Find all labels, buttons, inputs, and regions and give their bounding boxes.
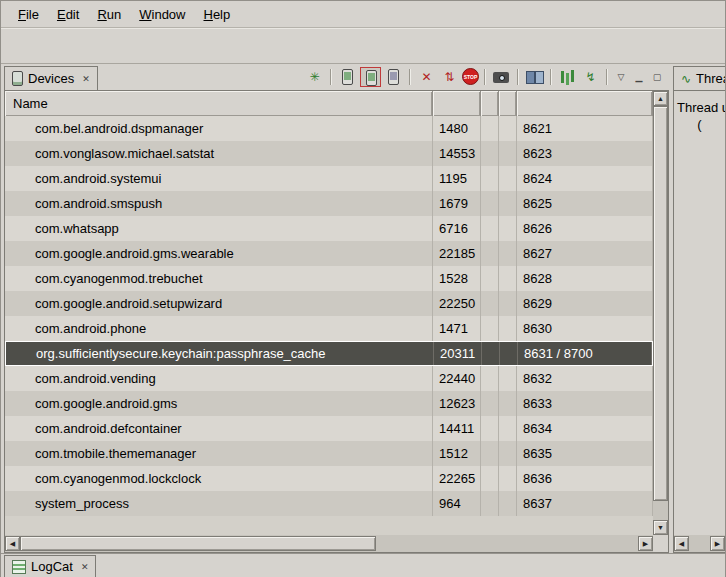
process-row[interactable]: com.android.smspush16798625 [5,191,653,216]
menu-file[interactable]: File [9,4,48,25]
process-row[interactable]: com.google.android.gms126238633 [5,391,653,416]
scroll-left-button[interactable]: ◀ [5,536,20,551]
ddms-window: FileEditRunWindowHelp Devices ✕ ✳✕⇅STOP↯… [0,0,726,577]
threads-tabbar: ∿ Threads [673,63,725,90]
process-row[interactable]: system_process9648637 [5,491,653,516]
tab-logcat[interactable]: LogCat ✕ [4,555,96,577]
pid-cell: 1679 [433,191,481,216]
column-header-col1[interactable] [433,91,481,116]
process-row[interactable]: com.android.vending224408632 [5,366,653,391]
close-logcat-tab-icon[interactable]: ✕ [81,562,89,572]
threads-horizontal-scrollbar[interactable]: ◀ ▶ [674,535,725,552]
spacer-cell [481,116,499,141]
minimize-icon[interactable]: ▁ [631,67,647,87]
devices-view: Devices ✕ ✳✕⇅STOP↯▽▁▢ Name com.bel.andro… [1,63,669,553]
threads-message: Thread up ( [674,91,725,141]
update-heap-icon[interactable] [337,67,358,87]
process-row[interactable]: org.sufficientlysecure.keychain:passphra… [5,341,653,366]
screen-capture-icon[interactable] [491,67,512,87]
tab-devices[interactable]: Devices ✕ [4,66,98,90]
spacer-cell [499,466,517,491]
column-header-col2[interactable] [481,91,499,116]
pid-cell: 22440 [433,366,481,391]
port-cell: 8635 [517,441,653,466]
port-cell: 8623 [517,141,653,166]
pixel-perfect-icon[interactable]: ↯ [580,67,601,87]
threads-scroll-right-button[interactable]: ▶ [710,536,725,551]
spacer-cell [481,166,499,191]
horizontal-scrollbar[interactable]: ◀ ▶ [5,535,653,552]
menu-run[interactable]: Run [88,4,130,25]
view-menu-icon[interactable]: ▽ [613,67,629,87]
pid-cell: 6716 [433,216,481,241]
tab-threads[interactable]: ∿ Threads [673,66,725,90]
process-name-cell: com.android.systemui [5,166,433,191]
column-header-name[interactable]: Name [5,91,433,116]
separator-2 [409,69,411,85]
column-header-col4[interactable] [517,91,653,116]
process-row[interactable]: com.bel.android.dspmanager14808621 [5,116,653,141]
scrollbar-corner [653,535,668,552]
port-cell: 8636 [517,466,653,491]
process-row[interactable]: com.android.defcontainer144118634 [5,416,653,441]
process-row[interactable]: com.whatsapp67168626 [5,216,653,241]
stop-process-icon[interactable]: STOP [462,68,479,85]
threads-content: Thread up ( ◀ ▶ [673,90,725,553]
table-body: com.bel.android.dspmanager14808621com.vo… [5,116,653,516]
spacer-cell [481,366,499,391]
process-row[interactable]: com.android.systemui11958624 [5,166,653,191]
vertical-scroll-thumb[interactable] [653,106,668,501]
pid-cell: 12623 [433,391,481,416]
scroll-right-button[interactable]: ▶ [638,536,653,551]
screen-record-icon[interactable] [524,67,545,87]
vertical-scrollbar[interactable]: ▲ ▼ [653,91,668,535]
process-name-cell: com.tmobile.thememanager [5,441,433,466]
port-cell: 8621 [517,116,653,141]
port-cell: 8629 [517,291,653,316]
spacer-cell [499,441,517,466]
spacer-cell [499,491,517,516]
pid-cell: 1512 [433,441,481,466]
pid-cell: 14411 [433,416,481,441]
devices-tabbar: Devices ✕ ✳✕⇅STOP↯▽▁▢ [4,63,669,90]
devices-view-toolbar: ✳✕⇅STOP↯▽▁▢ [303,63,669,90]
process-row[interactable]: com.tmobile.thememanager15128635 [5,441,653,466]
process-name-cell: system_process [5,491,433,516]
process-name-cell: com.bel.android.dspmanager [5,116,433,141]
close-devices-tab-icon[interactable]: ✕ [82,74,90,84]
horizontal-scroll-thumb[interactable] [20,536,376,551]
scroll-up-button[interactable]: ▲ [653,91,668,106]
update-threads-icon[interactable]: ✕ [416,67,437,87]
debug-icon[interactable]: ✳ [304,67,325,87]
process-row[interactable]: com.cyanogenmod.lockclock222658636 [5,466,653,491]
process-row[interactable]: com.cyanogenmod.trebuchet15288628 [5,266,653,291]
spacer-cell [481,141,499,166]
port-cell: 8631 / 8700 [518,342,652,365]
dump-hprof-icon[interactable] [360,67,381,87]
method-profiling-icon[interactable]: ⇅ [439,67,460,87]
menu-window[interactable]: Window [130,4,194,25]
process-row[interactable]: com.google.android.setupwizard222508629 [5,291,653,316]
maximize-icon[interactable]: ▢ [649,67,665,87]
process-row[interactable]: com.android.phone14718630 [5,316,653,341]
spacer-cell [500,342,518,365]
spacer-cell [481,241,499,266]
cause-gc-icon[interactable] [383,67,404,87]
threads-message-line1: Thread up [677,99,722,116]
menu-help[interactable]: Help [194,4,239,25]
pid-cell: 20311 [434,342,482,365]
spacer-cell [499,416,517,441]
hierarchy-view-icon[interactable] [557,67,578,87]
process-name-cell: com.android.smspush [5,191,433,216]
port-cell: 8632 [517,366,653,391]
spacer-cell [481,416,499,441]
process-row[interactable]: com.vonglasow.michael.satstat145538623 [5,141,653,166]
pid-cell: 22265 [433,466,481,491]
threads-scroll-left-button[interactable]: ◀ [674,536,689,551]
process-name-cell: com.cyanogenmod.trebuchet [5,266,433,291]
column-header-col3[interactable] [499,91,517,116]
pid-cell: 964 [433,491,481,516]
menu-edit[interactable]: Edit [48,4,88,25]
scroll-down-button[interactable]: ▼ [653,520,668,535]
process-row[interactable]: com.google.android.gms.wearable221858627 [5,241,653,266]
